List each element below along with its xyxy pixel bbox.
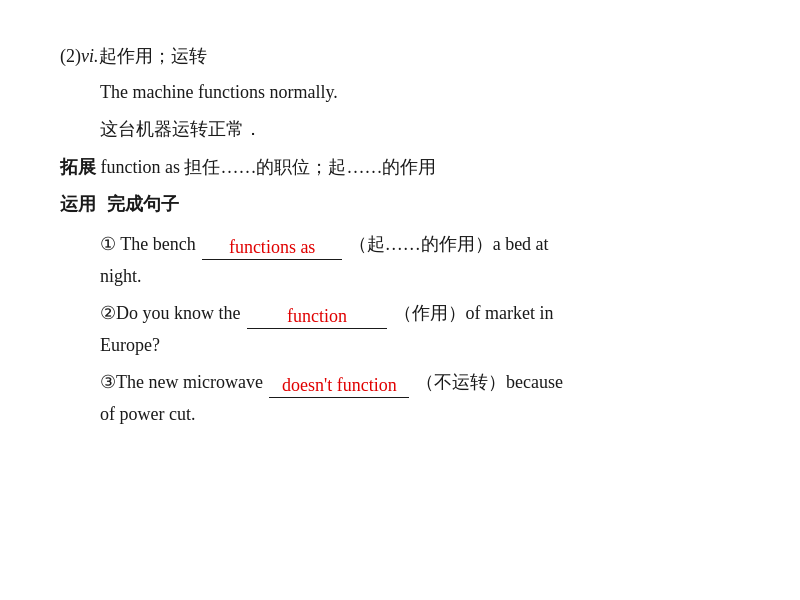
ex2-answer: function [247,305,387,329]
ex3-answer: doesn't function [269,374,409,398]
extension-line: 拓展 function as 担任……的职位；起……的作用 [60,151,750,183]
meaning-label: 起作用；运转 [99,46,207,66]
exercise-2-end: Europe? [100,329,750,361]
usage-instruction: 完成句子 [107,194,179,214]
example-english: The machine functions normally. [100,76,750,108]
ex3-end-text: of power cut. [100,404,195,424]
ex3-middle: （不运转）because [416,372,563,392]
pos-label: vi. [81,46,99,66]
extension-label: 拓展 [60,157,96,177]
exercise-3-end: of power cut. [100,398,750,430]
ex3-prefix: ③The new microwave [100,372,263,392]
exercise-3-container: ③The new microwave doesn't function （不运转… [100,366,750,398]
exercise-1-container: ① The bench functions as （起……的作用）a bed a… [100,228,750,260]
ex2-end-text: Europe? [100,335,160,355]
example-chinese: 这台机器运转正常． [100,113,750,145]
ex2-prefix: ②Do you know the [100,303,241,323]
ex1-answer: functions as [202,236,342,260]
ex2-middle: （作用）of market in [394,303,554,323]
ex1-prefix: ① The bench [100,234,196,254]
number-label: (2) [60,46,81,66]
exercise-2-container: ②Do you know the function （作用）of market … [100,297,750,329]
example-text-en: The machine functions normally. [100,82,338,102]
section-heading: (2)vi.起作用；运转 [60,40,750,72]
example-text-zh: 这台机器运转正常． [100,119,262,139]
ex1-end-text: night. [100,266,142,286]
ex1-middle: （起……的作用）a bed at [349,234,549,254]
exercise-1-end: night. [100,260,750,292]
extension-content: function as 担任……的职位；起……的作用 [96,157,436,177]
usage-label: 运用 [60,194,96,214]
exercise-heading: 运用 完成句子 [60,188,750,220]
